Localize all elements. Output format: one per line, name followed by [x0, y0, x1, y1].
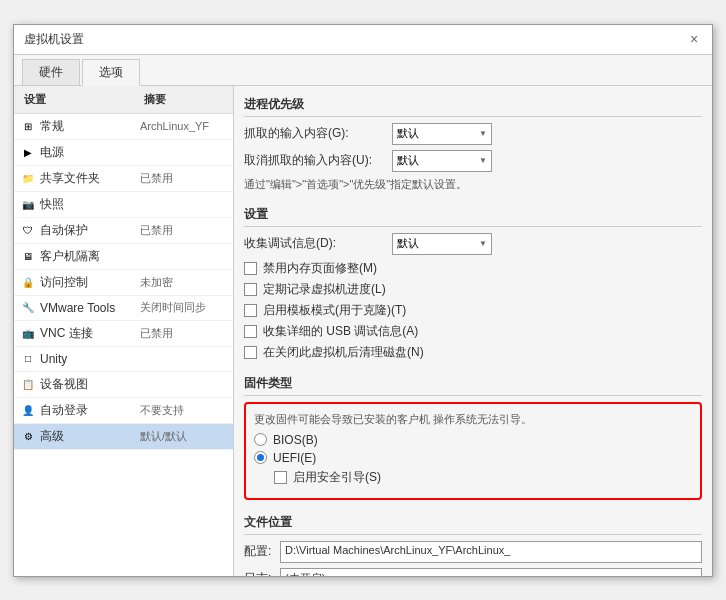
left-item-auto-protect[interactable]: 🛡 自动保护 已禁用 — [14, 218, 233, 244]
item-name-vmware-tools: VMware Tools — [40, 301, 140, 315]
label-radio-uefi: UEFI(E) — [273, 451, 316, 465]
select-grab-input[interactable]: 默认 ▼ — [392, 123, 492, 145]
item-name-auto-protect: 自动保护 — [40, 222, 140, 239]
priority-hint: 通过"编辑">"首选项">"优先级"指定默认设置。 — [244, 177, 702, 192]
item-name-power: 电源 — [40, 144, 140, 161]
title-bar: 虚拟机设置 × — [14, 25, 712, 55]
section-firmware: 固件类型 更改固件可能会导致已安装的客户机 操作系统无法引导。 BIOS(B) … — [244, 375, 702, 500]
item-name-shared-folders: 共享文件夹 — [40, 170, 140, 187]
tab-bar: 硬件 选项 — [14, 55, 712, 86]
item-icon-guest-isolation: 🖥 — [20, 248, 36, 264]
item-name-vnc: VNC 连接 — [40, 325, 140, 342]
row-collect-usb: 收集详细的 USB 调试信息(A) — [244, 323, 702, 340]
row-release-input: 取消抓取的输入内容(U): 默认 ▼ — [244, 150, 702, 172]
right-panel: 进程优先级 抓取的输入内容(G): 默认 ▼ 取消抓取的输入内容(U): 默认 … — [234, 86, 712, 576]
radio-uefi[interactable] — [254, 451, 267, 464]
label-log: 日志: — [244, 570, 274, 576]
row-secure-boot: 启用安全引导(S) — [274, 469, 692, 486]
value-config: D:\Virtual Machines\ArchLinux_YF\ArchLin… — [280, 541, 702, 563]
label-radio-bios: BIOS(B) — [273, 433, 318, 447]
select-release-input[interactable]: 默认 ▼ — [392, 150, 492, 172]
row-log: 日志: (未开启) — [244, 568, 702, 576]
item-name-general: 常规 — [40, 118, 140, 135]
row-radio-bios: BIOS(B) — [254, 433, 692, 447]
item-name-device-view: 设备视图 — [40, 376, 140, 393]
left-item-unity[interactable]: □ Unity — [14, 347, 233, 372]
select-debug[interactable]: 默认 ▼ — [392, 233, 492, 255]
section-settings: 设置 收集调试信息(D): 默认 ▼ 禁用内存页面修整(M) 定期记录虚拟机进度… — [244, 206, 702, 361]
item-name-advanced: 高级 — [40, 428, 140, 445]
item-name-guest-isolation: 客户机隔离 — [40, 248, 140, 265]
row-debug-info: 收集调试信息(D): 默认 ▼ — [244, 233, 702, 255]
checkbox-collect-usb[interactable] — [244, 325, 257, 338]
item-icon-vmware-tools: 🔧 — [20, 300, 36, 316]
item-value-vnc: 已禁用 — [140, 326, 173, 341]
tab-hardware[interactable]: 硬件 — [22, 59, 80, 85]
item-icon-access-control: 🔒 — [20, 274, 36, 290]
value-log: (未开启) — [280, 568, 702, 576]
checkbox-clean-disk[interactable] — [244, 346, 257, 359]
close-button[interactable]: × — [686, 31, 702, 47]
left-item-device-view[interactable]: 📋 设备视图 — [14, 372, 233, 398]
left-item-power[interactable]: ▶ 电源 — [14, 140, 233, 166]
left-items-list: ⊞ 常规 ArchLinux_YF ▶ 电源 📁 共享文件夹 已禁用 📷 快照 … — [14, 114, 233, 450]
label-collect-usb: 收集详细的 USB 调试信息(A) — [263, 323, 418, 340]
tab-options[interactable]: 选项 — [82, 59, 140, 86]
left-item-vmware-tools[interactable]: 🔧 VMware Tools 关闭时间同步 — [14, 296, 233, 321]
item-icon-advanced: ⚙ — [20, 428, 36, 444]
col-settings: 设置 — [24, 92, 144, 107]
item-icon-snapshot: 📷 — [20, 196, 36, 212]
item-icon-shared-folders: 📁 — [20, 170, 36, 186]
checkbox-secure-boot[interactable] — [274, 471, 287, 484]
item-value-access-control: 未加密 — [140, 275, 173, 290]
chevron-down-icon-2: ▼ — [479, 156, 487, 165]
item-icon-general: ⊞ — [20, 118, 36, 134]
item-name-auto-login: 自动登录 — [40, 402, 140, 419]
item-icon-device-view: 📋 — [20, 376, 36, 392]
section-title-settings: 设置 — [244, 206, 702, 227]
row-grab-input: 抓取的输入内容(G): 默认 ▼ — [244, 123, 702, 145]
label-template-mode: 启用模板模式(用于克隆)(T) — [263, 302, 406, 319]
item-icon-vnc: 📺 — [20, 325, 36, 341]
col-summary: 摘要 — [144, 92, 166, 107]
left-item-auto-login[interactable]: 👤 自动登录 不要支持 — [14, 398, 233, 424]
checkbox-template-mode[interactable] — [244, 304, 257, 317]
item-name-access-control: 访问控制 — [40, 274, 140, 291]
item-icon-unity: □ — [20, 351, 36, 367]
content-area: 设置 摘要 ⊞ 常规 ArchLinux_YF ▶ 电源 📁 共享文件夹 已禁用… — [14, 86, 712, 576]
row-disable-page-trim: 禁用内存页面修整(M) — [244, 260, 702, 277]
firmware-box: 更改固件可能会导致已安装的客户机 操作系统无法引导。 BIOS(B) UEFI(… — [244, 402, 702, 500]
item-name-snapshot: 快照 — [40, 196, 140, 213]
dialog: 虚拟机设置 × 硬件 选项 设置 摘要 ⊞ 常规 ArchLinux_YF ▶ … — [13, 24, 713, 577]
item-name-unity: Unity — [40, 352, 140, 366]
left-item-guest-isolation[interactable]: 🖥 客户机隔离 — [14, 244, 233, 270]
left-item-advanced[interactable]: ⚙ 高级 默认/默认 — [14, 424, 233, 450]
label-disable-page-trim: 禁用内存页面修整(M) — [263, 260, 377, 277]
dialog-title: 虚拟机设置 — [24, 31, 84, 48]
label-log-snapshot: 定期记录虚拟机进度(L) — [263, 281, 386, 298]
checkbox-disable-page-trim[interactable] — [244, 262, 257, 275]
item-icon-auto-protect: 🛡 — [20, 222, 36, 238]
checkbox-log-snapshot[interactable] — [244, 283, 257, 296]
radio-bios[interactable] — [254, 433, 267, 446]
left-item-vnc[interactable]: 📺 VNC 连接 已禁用 — [14, 321, 233, 347]
label-debug: 收集调试信息(D): — [244, 235, 384, 252]
left-item-shared-folders[interactable]: 📁 共享文件夹 已禁用 — [14, 166, 233, 192]
label-config: 配置: — [244, 543, 274, 560]
firmware-note: 更改固件可能会导致已安装的客户机 操作系统无法引导。 — [254, 412, 692, 427]
left-item-access-control[interactable]: 🔒 访问控制 未加密 — [14, 270, 233, 296]
left-item-snapshot[interactable]: 📷 快照 — [14, 192, 233, 218]
label-secure-boot: 启用安全引导(S) — [293, 469, 381, 486]
item-icon-power: ▶ — [20, 144, 36, 160]
row-radio-uefi: UEFI(E) — [254, 451, 692, 465]
item-value-auto-login: 不要支持 — [140, 403, 184, 418]
section-process-priority: 进程优先级 抓取的输入内容(G): 默认 ▼ 取消抓取的输入内容(U): 默认 … — [244, 96, 702, 192]
row-config: 配置: D:\Virtual Machines\ArchLinux_YF\Arc… — [244, 541, 702, 563]
item-value-auto-protect: 已禁用 — [140, 223, 173, 238]
radios-list: BIOS(B) UEFI(E) — [254, 433, 692, 465]
left-item-general[interactable]: ⊞ 常规 ArchLinux_YF — [14, 114, 233, 140]
section-title-firmware: 固件类型 — [244, 375, 702, 396]
section-title-file-location: 文件位置 — [244, 514, 702, 535]
row-template-mode: 启用模板模式(用于克隆)(T) — [244, 302, 702, 319]
chevron-down-icon: ▼ — [479, 129, 487, 138]
